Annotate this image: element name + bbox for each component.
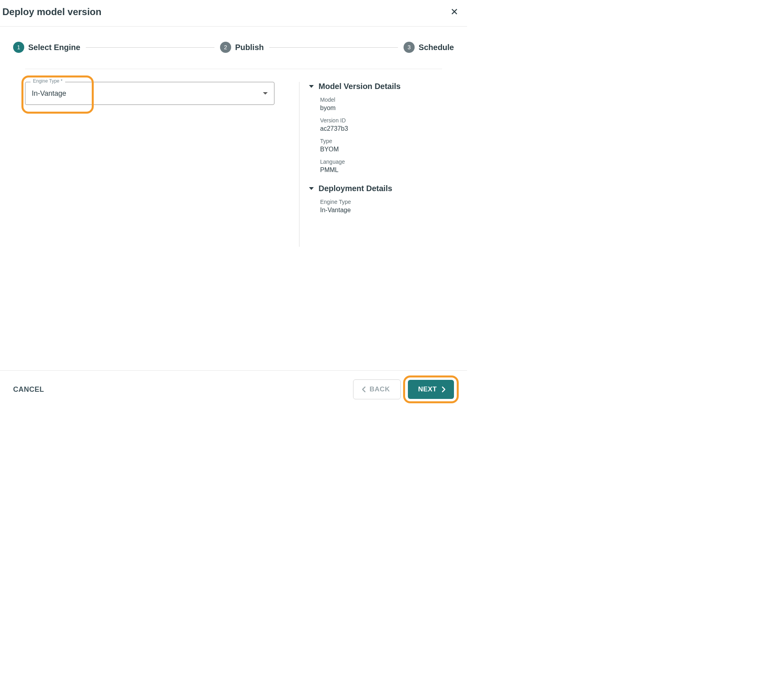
detail-value-engine-type: In-Vantage (320, 207, 442, 214)
next-button-label: NEXT (418, 385, 437, 393)
cancel-button[interactable]: CANCEL (13, 385, 44, 394)
chevron-right-icon (442, 386, 446, 393)
chevron-left-icon (361, 386, 366, 393)
footer-right-actions: BACK NEXT (353, 379, 454, 399)
dialog-title: Deploy model version (2, 6, 101, 17)
step-label-1: Select Engine (28, 43, 80, 52)
detail-label-type: Type (320, 138, 442, 144)
dialog-footer: CANCEL BACK NEXT (0, 370, 467, 408)
close-icon: ✕ (450, 6, 458, 17)
detail-label-engine-type: Engine Type (320, 199, 442, 205)
step-select-engine[interactable]: 1 Select Engine (13, 42, 80, 53)
dialog-content: Engine Type * In-Vantage Model Version D… (25, 69, 442, 247)
step-number-1: 1 (13, 42, 24, 53)
step-label-2: Publish (235, 43, 264, 52)
back-button[interactable]: BACK (353, 379, 401, 399)
detail-value-type: BYOM (320, 146, 442, 153)
next-button[interactable]: NEXT (408, 380, 454, 399)
detail-label-model: Model (320, 97, 442, 103)
left-panel: Engine Type * In-Vantage (25, 82, 299, 247)
detail-item: Version ID ac2737b3 (309, 117, 442, 132)
detail-item: Language PMML (309, 159, 442, 174)
right-panel: Model Version Details Model byom Version… (299, 82, 442, 247)
model-version-details-title: Model Version Details (319, 82, 401, 91)
next-button-wrapper: NEXT (408, 380, 454, 399)
back-button-label: BACK (370, 385, 390, 393)
engine-type-select[interactable]: In-Vantage (25, 82, 274, 105)
engine-type-field-wrapper: Engine Type * In-Vantage (25, 82, 274, 105)
engine-type-label: Engine Type * (31, 78, 65, 84)
deployment-details-header[interactable]: Deployment Details (309, 184, 442, 193)
engine-type-value: In-Vantage (32, 89, 66, 98)
stepper: 1 Select Engine 2 Publish 3 Schedule (0, 27, 467, 57)
detail-item: Type BYOM (309, 138, 442, 153)
step-label-3: Schedule (419, 43, 454, 52)
detail-label-version-id: Version ID (320, 117, 442, 124)
detail-value-language: PMML (320, 166, 442, 174)
detail-value-model: byom (320, 104, 442, 112)
chevron-down-icon (309, 187, 314, 190)
chevron-down-icon (263, 92, 268, 95)
detail-value-version-id: ac2737b3 (320, 125, 442, 132)
dialog-header: Deploy model version ✕ (0, 0, 467, 27)
detail-label-language: Language (320, 159, 442, 165)
step-connector (269, 47, 398, 48)
deployment-details-title: Deployment Details (319, 184, 392, 193)
detail-item: Model byom (309, 97, 442, 112)
step-schedule[interactable]: 3 Schedule (404, 42, 454, 53)
step-number-3: 3 (404, 42, 415, 53)
step-number-2: 2 (220, 42, 231, 53)
chevron-down-icon (309, 85, 314, 88)
step-publish[interactable]: 2 Publish (220, 42, 264, 53)
close-button[interactable]: ✕ (446, 6, 463, 18)
detail-item: Engine Type In-Vantage (309, 199, 442, 214)
model-version-details-header[interactable]: Model Version Details (309, 82, 442, 91)
step-connector (86, 47, 214, 48)
